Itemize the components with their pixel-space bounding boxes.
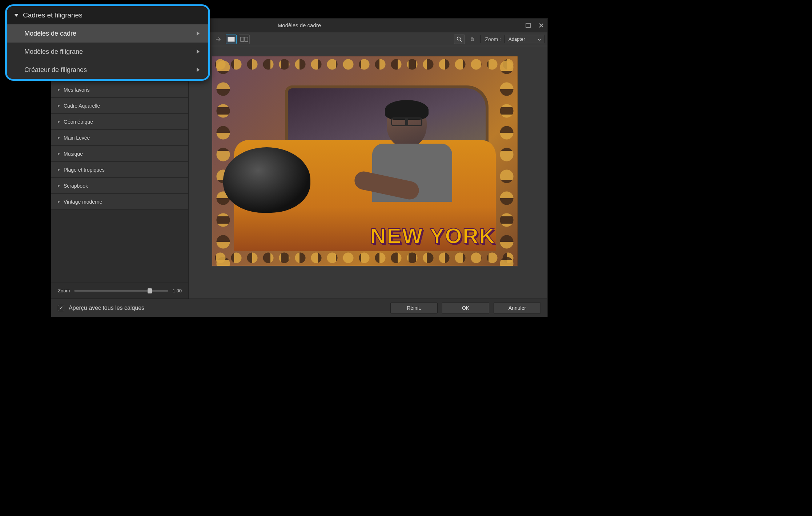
photo-person [365, 100, 445, 195]
category-label: Musique [64, 151, 83, 157]
menu-item-label: Créateur de filigranes [24, 66, 87, 74]
frame-title-text: NEW YORK [370, 223, 496, 248]
category-label: Géométrique [64, 119, 93, 125]
triangle-down-icon [14, 14, 19, 17]
thumbnail-zoom-slider[interactable] [74, 290, 168, 292]
slider-knob[interactable] [148, 288, 152, 293]
menu-header[interactable]: Cadres et filigranes [7, 6, 208, 24]
dialog-title: Modèles de cadre [278, 22, 321, 28]
category-item[interactable]: Plage et tropiques [51, 162, 188, 178]
maximize-icon[interactable] [524, 21, 532, 29]
category-item[interactable]: Main Levée [51, 130, 188, 146]
category-label: Main Levée [64, 135, 90, 141]
dialog-footer: ✓ Aperçu avec tous les calques Réinit. O… [51, 299, 547, 317]
svg-rect-0 [526, 23, 530, 28]
thumbnail-zoom-value: 1.00 [173, 288, 182, 293]
chevron-right-icon [58, 168, 60, 171]
preview-all-layers-label: Aperçu avec tous les calques [69, 305, 144, 311]
menu-header-label: Cadres et filigranes [23, 11, 83, 19]
category-label: Mes favoris [64, 87, 90, 93]
menu-item-watermark-templates[interactable]: Modèles de filigrane [7, 43, 208, 61]
svg-rect-1 [228, 37, 234, 41]
window-controls [524, 19, 545, 32]
chevron-right-icon [58, 104, 60, 107]
nav-forward-icon[interactable] [213, 35, 224, 44]
category-item[interactable]: Vintage moderne [51, 194, 188, 210]
thumbnail-zoom-label: Zoom [58, 288, 70, 293]
frame-border-bottom [212, 250, 518, 266]
category-item[interactable]: Mes favoris [51, 82, 188, 98]
chevron-right-icon [58, 88, 60, 91]
view-split-icon[interactable] [239, 35, 250, 44]
chevron-right-icon [197, 68, 200, 72]
zoom-tool-icon[interactable] [454, 35, 465, 44]
menu-item-watermark-creator[interactable]: Créateur de filigranes [7, 61, 208, 79]
category-label: Vintage moderne [64, 199, 102, 205]
category-label: Cadre Aquarelle [64, 103, 100, 109]
frame-border-top [212, 56, 518, 72]
chevron-right-icon [197, 49, 200, 54]
preview-area: NEW YORK [189, 46, 547, 299]
zoom-label: Zoom : [485, 36, 501, 42]
chevron-right-icon [197, 31, 200, 36]
chevron-right-icon [58, 200, 60, 203]
reset-button[interactable]: Réinit. [390, 303, 438, 313]
photo-mirror [223, 147, 310, 213]
chevron-right-icon [58, 120, 60, 123]
cancel-button[interactable]: Annuler [494, 303, 541, 313]
preview-canvas[interactable]: NEW YORK [212, 56, 518, 266]
menu-item-frame-templates[interactable]: Modèles de cadre [7, 24, 208, 43]
preview-all-layers-checkbox[interactable]: ✓ [58, 305, 64, 311]
category-item[interactable]: Musique [51, 146, 188, 162]
chevron-down-icon [538, 36, 541, 42]
ok-button[interactable]: OK [442, 303, 489, 313]
pan-tool-icon[interactable] [467, 35, 478, 44]
svg-rect-3 [245, 37, 248, 41]
menu-item-label: Modèles de cadre [24, 30, 76, 37]
category-item[interactable]: Scrapbook [51, 178, 188, 194]
category-list: Mes favoris Cadre Aquarelle Géométrique … [51, 46, 188, 283]
view-single-icon[interactable] [226, 35, 237, 44]
chevron-right-icon [58, 136, 60, 139]
thumbnail-zoom-row: Zoom 1.00 [51, 283, 188, 299]
category-item[interactable]: Cadre Aquarelle [51, 98, 188, 114]
menu-item-label: Modèles de filigrane [24, 48, 83, 56]
svg-point-4 [457, 37, 461, 40]
chevron-right-icon [58, 152, 60, 155]
frames-watermarks-menu: Cadres et filigranes Modèles de cadre Mo… [5, 4, 210, 81]
close-icon[interactable] [537, 21, 545, 29]
category-label: Plage et tropiques [64, 167, 105, 173]
category-panel: Mes favoris Cadre Aquarelle Géométrique … [51, 46, 189, 299]
chevron-right-icon [58, 184, 60, 187]
zoom-dropdown[interactable]: Adapter [505, 35, 544, 43]
category-item[interactable]: Géométrique [51, 114, 188, 130]
svg-rect-2 [241, 37, 244, 41]
zoom-value: Adapter [508, 36, 525, 42]
category-label: Scrapbook [64, 183, 88, 189]
